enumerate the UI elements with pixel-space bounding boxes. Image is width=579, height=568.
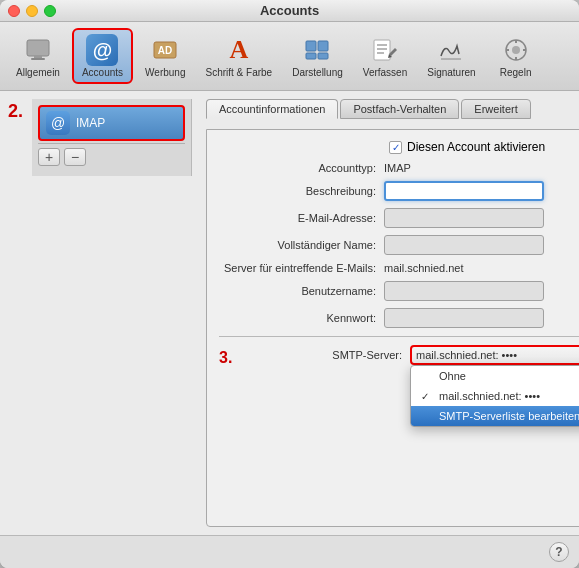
svg-rect-8 bbox=[318, 53, 328, 59]
darstellung-label: Darstellung bbox=[292, 67, 343, 78]
tab-panel: ✓ Diesen Account aktivieren Accounttyp: … bbox=[206, 129, 579, 527]
beschreibung-label: Beschreibung: bbox=[219, 185, 384, 197]
right-panel: Accountinformationen Postfach-Verhalten … bbox=[196, 91, 579, 535]
mail-schnied-label: mail.schnied.net: •••• bbox=[439, 390, 540, 402]
svg-point-15 bbox=[512, 46, 520, 54]
beschreibung-row: Beschreibung: bbox=[219, 181, 579, 201]
smtp-dropdown-menu: Ohne ✓ mail.schnied.net: •••• SMTP-Serve… bbox=[410, 365, 579, 427]
beschreibung-input[interactable] bbox=[384, 181, 544, 201]
smtp-select[interactable]: mail.schnied.net: •••• ▼ bbox=[410, 345, 579, 365]
name-row: Vollständiger Name: bbox=[219, 235, 579, 255]
tab-erweitert[interactable]: Erweitert bbox=[461, 99, 530, 119]
accounttype-row: Accounttyp: IMAP bbox=[219, 162, 579, 174]
svg-text:AD: AD bbox=[158, 45, 172, 56]
name-input[interactable] bbox=[384, 235, 544, 255]
email-label: E-Mail-Adresse: bbox=[219, 212, 384, 224]
accounts-icon: @ bbox=[86, 34, 118, 66]
toolbar-item-werbung[interactable]: AD Werbung bbox=[137, 30, 193, 82]
accounttype-label: Accounttyp: bbox=[219, 162, 384, 174]
minimize-button[interactable] bbox=[26, 5, 38, 17]
activate-checkbox[interactable]: ✓ bbox=[389, 141, 402, 154]
verfassen-icon bbox=[369, 34, 401, 66]
smtp-section: 3. SMTP-Server: mail.schnied.net: •••• ▼ bbox=[219, 345, 579, 367]
verfassen-label: Verfassen bbox=[363, 67, 407, 78]
smtp-label: SMTP-Server: bbox=[245, 349, 410, 361]
benutzername-input[interactable] bbox=[384, 281, 544, 301]
name-label: Vollständiger Name: bbox=[219, 239, 384, 251]
remove-account-button[interactable]: − bbox=[64, 148, 86, 166]
werbung-label: Werbung bbox=[145, 67, 185, 78]
regeln-icon bbox=[500, 34, 532, 66]
server-label: Server für eintreffende E-Mails: bbox=[219, 262, 384, 274]
imap-icon: @ bbox=[46, 111, 70, 135]
tab-postfach[interactable]: Postfach-Verhalten bbox=[340, 99, 459, 119]
accounts-label: Accounts bbox=[82, 67, 123, 78]
toolbar: Allgemein @ Accounts AD Werbung A Schrif… bbox=[0, 22, 579, 91]
toolbar-item-accounts[interactable]: @ Accounts bbox=[72, 28, 133, 84]
maximize-button[interactable] bbox=[44, 5, 56, 17]
activate-label: Diesen Account aktivieren bbox=[407, 140, 545, 154]
toolbar-item-verfassen[interactable]: Verfassen bbox=[355, 30, 415, 82]
activate-row: ✓ Diesen Account aktivieren bbox=[219, 140, 579, 154]
sidebar-buttons: + − bbox=[38, 143, 185, 170]
toolbar-item-allgemein[interactable]: Allgemein bbox=[8, 30, 68, 82]
sidebar-item-imap[interactable]: @ IMAP bbox=[38, 105, 185, 141]
schrift-icon: A bbox=[223, 34, 255, 66]
kennwort-row: Kennwort: bbox=[219, 308, 579, 328]
werbung-icon: AD bbox=[149, 34, 181, 66]
close-button[interactable] bbox=[8, 5, 20, 17]
toolbar-item-darstellung[interactable]: Darstellung bbox=[284, 30, 351, 82]
sidebar: @ IMAP + − bbox=[32, 99, 192, 176]
smtp-dropdown-wrapper: mail.schnied.net: •••• ▼ Ohne ✓ bbox=[410, 345, 579, 365]
traffic-lights bbox=[8, 5, 56, 17]
sidebar-item-label: IMAP bbox=[76, 116, 105, 130]
dropdown-item-bearbeiten[interactable]: SMTP-Serverliste bearbeiten ... bbox=[411, 406, 579, 426]
smtp-selected-value: mail.schnied.net: •••• bbox=[416, 349, 517, 361]
bottom-bar: ? bbox=[0, 535, 579, 568]
benutzername-label: Benutzername: bbox=[219, 285, 384, 297]
bearbeiten-label: SMTP-Serverliste bearbeiten ... bbox=[439, 410, 579, 422]
signaturen-label: Signaturen bbox=[427, 67, 475, 78]
dropdown-item-ohne[interactable]: Ohne bbox=[411, 366, 579, 386]
title-bar: Accounts bbox=[0, 0, 579, 22]
svg-rect-6 bbox=[318, 41, 328, 51]
signaturen-icon bbox=[435, 34, 467, 66]
toolbar-item-regeln[interactable]: Regeln bbox=[488, 30, 544, 82]
step3-label: 3. bbox=[219, 345, 239, 367]
window-title: Accounts bbox=[260, 3, 319, 18]
tab-accountinfo[interactable]: Accountinformationen bbox=[206, 99, 338, 119]
svg-rect-5 bbox=[306, 41, 316, 51]
main-window: Accounts Allgemein @ Accounts bbox=[0, 0, 579, 568]
help-button[interactable]: ? bbox=[549, 542, 569, 562]
step2-label: 2. bbox=[8, 99, 28, 122]
svg-rect-9 bbox=[374, 40, 390, 60]
server-row: Server für eintreffende E-Mails: mail.sc… bbox=[219, 262, 579, 274]
separator bbox=[219, 336, 579, 337]
allgemein-label: Allgemein bbox=[16, 67, 60, 78]
toolbar-item-signaturen[interactable]: Signaturen bbox=[419, 30, 483, 82]
svg-rect-2 bbox=[31, 58, 45, 60]
dropdown-item-mail-schnied[interactable]: ✓ mail.schnied.net: •••• bbox=[411, 386, 579, 406]
kennwort-label: Kennwort: bbox=[219, 312, 384, 324]
ohne-label: Ohne bbox=[439, 370, 466, 382]
kennwort-input[interactable] bbox=[384, 308, 544, 328]
accounttype-value: IMAP bbox=[384, 162, 411, 174]
server-value: mail.schnied.net bbox=[384, 262, 464, 274]
toolbar-item-schrift[interactable]: A Schrift & Farbe bbox=[197, 30, 280, 82]
email-input[interactable] bbox=[384, 208, 544, 228]
schrift-label: Schrift & Farbe bbox=[205, 67, 272, 78]
darstellung-icon bbox=[301, 34, 333, 66]
email-row: E-Mail-Adresse: bbox=[219, 208, 579, 228]
main-content: 2. @ IMAP + − Accountinformationen Postf… bbox=[0, 91, 579, 535]
mail-schnied-checkmark: ✓ bbox=[421, 391, 433, 402]
tabs: Accountinformationen Postfach-Verhalten … bbox=[206, 99, 579, 119]
smtp-row: SMTP-Server: mail.schnied.net: •••• ▼ Oh… bbox=[245, 345, 579, 365]
allgemein-icon bbox=[22, 34, 54, 66]
add-account-button[interactable]: + bbox=[38, 148, 60, 166]
regeln-label: Regeln bbox=[500, 67, 532, 78]
benutzername-row: Benutzername: bbox=[219, 281, 579, 301]
svg-rect-0 bbox=[27, 40, 49, 56]
svg-rect-7 bbox=[306, 53, 316, 59]
